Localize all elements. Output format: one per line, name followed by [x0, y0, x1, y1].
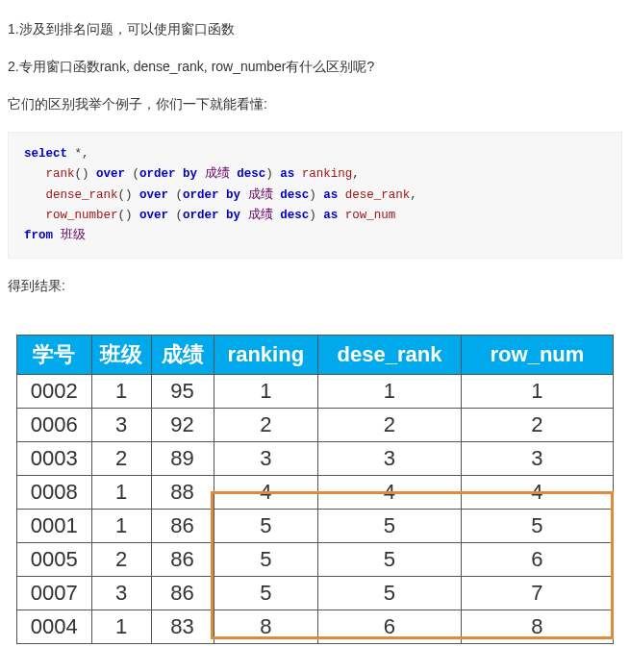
table-row: 0005286556 — [17, 543, 614, 577]
code-kw: by — [183, 167, 197, 181]
code-text: *, — [67, 147, 89, 161]
code-text: () — [118, 188, 140, 202]
table-cell: 8 — [461, 610, 613, 644]
table-cell: 0001 — [17, 510, 92, 543]
col-header: 班级 — [91, 336, 151, 375]
code-text: ( — [125, 167, 139, 181]
table-row: 0007386557 — [17, 577, 614, 610]
code-text: ) — [309, 209, 323, 222]
table-cell: 1 — [91, 610, 151, 644]
result-table-wrap: 学号 班级 成绩 ranking dese_rank row_num 00021… — [16, 335, 614, 644]
code-kw: select — [24, 147, 67, 161]
table-cell: 2 — [91, 543, 151, 577]
result-table: 学号 班级 成绩 ranking dese_rank row_num 00021… — [16, 335, 614, 644]
table-cell: 5 — [318, 543, 462, 577]
code-kw: over — [139, 188, 168, 202]
table-cell: 3 — [318, 442, 462, 476]
table-row: 0008188444 — [17, 476, 614, 510]
table-cell: 86 — [151, 577, 214, 610]
table-cell: 5 — [318, 577, 462, 610]
col-header: row_num — [461, 336, 613, 375]
table-row: 0001186555 — [17, 510, 614, 543]
code-kw: desc — [280, 188, 309, 202]
table-cell: 5 — [214, 543, 318, 577]
code-id: dese_rank — [338, 188, 410, 202]
code-cn: 成绩 — [240, 209, 280, 222]
code-text: ) — [309, 188, 323, 202]
code-cn: 成绩 — [197, 167, 237, 181]
table-cell: 0007 — [17, 577, 92, 610]
table-cell: 1 — [91, 510, 151, 543]
code-text: , — [410, 188, 417, 202]
code-kw: as — [280, 167, 294, 181]
code-text — [219, 209, 227, 222]
col-header: ranking — [214, 336, 318, 375]
table-cell: 4 — [461, 476, 613, 510]
code-cn: 班级 — [53, 229, 86, 242]
table-cell: 0002 — [17, 375, 92, 409]
code-kw: over — [139, 209, 168, 222]
col-header: dese_rank — [318, 336, 462, 375]
table-cell: 8 — [214, 610, 318, 644]
result-label: 得到结果: — [8, 276, 622, 296]
table-cell: 3 — [461, 442, 613, 476]
table-row: 0004183868 — [17, 610, 614, 644]
code-cn: 成绩 — [240, 188, 280, 202]
sql-code-block: select *, rank() over (order by 成绩 desc)… — [8, 132, 622, 259]
table-cell: 3 — [214, 442, 318, 476]
table-cell: 5 — [461, 510, 613, 543]
table-cell: 1 — [461, 375, 613, 409]
table-cell: 92 — [151, 409, 214, 442]
table-cell: 6 — [318, 610, 462, 644]
code-kw: over — [96, 167, 125, 181]
code-text: ( — [168, 209, 183, 222]
table-cell: 86 — [151, 543, 214, 577]
table-cell: 88 — [151, 476, 214, 510]
code-fn: rank — [46, 167, 75, 181]
code-kw: from — [24, 229, 53, 242]
table-row: 0002195111 — [17, 375, 614, 409]
table-cell: 6 — [461, 543, 613, 577]
code-kw: order — [183, 209, 219, 222]
table-row: 0003289333 — [17, 442, 614, 476]
table-cell: 3 — [91, 409, 151, 442]
doc-line-1: 1.涉及到排名问题，可以使用窗口函数 — [8, 19, 622, 39]
doc-line-3: 它们的区别我举个例子，你们一下就能看懂: — [8, 94, 622, 114]
table-cell: 1 — [91, 375, 151, 409]
table-cell: 2 — [318, 409, 462, 442]
table-cell: 95 — [151, 375, 214, 409]
table-cell: 5 — [214, 510, 318, 543]
code-id: row_num — [338, 209, 395, 222]
code-id: ranking — [294, 167, 352, 181]
code-text: ) — [265, 167, 280, 181]
table-row: 0006392222 — [17, 409, 614, 442]
table-header-row: 学号 班级 成绩 ranking dese_rank row_num — [17, 336, 614, 375]
table-cell: 2 — [461, 409, 613, 442]
table-cell: 2 — [91, 442, 151, 476]
col-header: 成绩 — [151, 336, 214, 375]
table-cell: 0008 — [17, 476, 92, 510]
code-kw: desc — [280, 209, 309, 222]
code-kw: by — [226, 188, 240, 202]
table-cell: 5 — [318, 510, 462, 543]
table-cell: 4 — [318, 476, 462, 510]
code-text — [176, 167, 184, 181]
table-cell: 4 — [214, 476, 318, 510]
code-kw: desc — [237, 167, 265, 181]
table-cell: 5 — [214, 577, 318, 610]
table-cell: 83 — [151, 610, 214, 644]
table-cell: 2 — [214, 409, 318, 442]
code-text: () — [75, 167, 97, 181]
code-text: , — [352, 167, 360, 181]
code-fn: dense_rank — [46, 188, 118, 202]
table-cell: 1 — [318, 375, 462, 409]
doc-line-2: 2.专用窗口函数rank, dense_rank, row_number有什么区… — [8, 57, 622, 77]
code-fn: row_number — [46, 209, 118, 222]
table-cell: 86 — [151, 510, 214, 543]
table-cell: 7 — [461, 577, 613, 610]
code-text: ( — [168, 188, 183, 202]
code-text: () — [118, 209, 140, 222]
table-cell: 0004 — [17, 610, 92, 644]
col-header: 学号 — [17, 336, 92, 375]
table-cell: 3 — [91, 577, 151, 610]
